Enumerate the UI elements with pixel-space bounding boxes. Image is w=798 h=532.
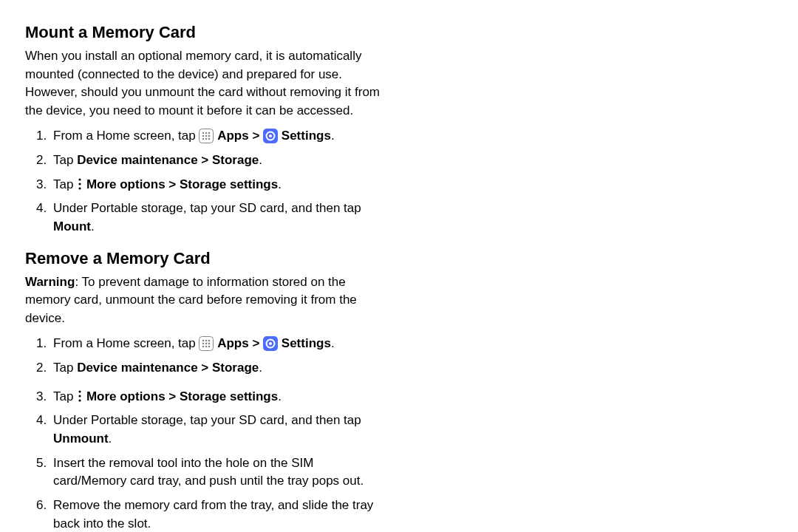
svg-point-3 xyxy=(208,132,211,134)
svg-point-4 xyxy=(202,135,205,137)
svg-point-25 xyxy=(208,346,211,348)
mount-steps: From a Home screen, tap Apps > Settings.… xyxy=(25,127,386,236)
svg-point-22 xyxy=(208,343,211,345)
svg-point-19 xyxy=(208,340,211,342)
list-item: Tap Device maintenance > Storage. xyxy=(50,359,386,378)
svg-point-14 xyxy=(79,183,81,185)
settings-icon xyxy=(263,336,278,351)
svg-point-29 xyxy=(79,391,81,393)
list-item: Insert the removal tool into the hole on… xyxy=(50,454,386,491)
list-item: From a Home screen, tap Apps > Settings. xyxy=(50,335,386,353)
svg-point-31 xyxy=(79,400,81,402)
svg-point-1 xyxy=(202,132,205,134)
svg-point-23 xyxy=(202,346,205,348)
svg-point-17 xyxy=(202,340,205,342)
apps-icon xyxy=(199,336,214,351)
list-item: Remove the memory card from the tray, an… xyxy=(50,497,386,532)
list-item: Tap Device maintenance > Storage. xyxy=(50,151,386,170)
svg-point-18 xyxy=(205,340,208,342)
svg-point-2 xyxy=(205,132,208,134)
svg-point-8 xyxy=(205,138,208,140)
list-item: Tap More options > Storage settings. xyxy=(50,388,386,406)
remove-steps-b: Tap More options > Storage settings. Und… xyxy=(25,388,386,532)
more-options-icon xyxy=(77,177,83,191)
list-item: Under Portable storage, tap your SD card… xyxy=(50,200,386,236)
svg-point-9 xyxy=(208,138,211,140)
more-options-icon xyxy=(77,389,83,403)
apps-icon xyxy=(199,129,214,143)
svg-point-5 xyxy=(205,135,208,137)
settings-icon xyxy=(263,129,278,143)
svg-point-6 xyxy=(208,135,211,137)
svg-point-13 xyxy=(79,179,81,181)
heading-remove: Remove a Memory Card xyxy=(25,247,386,270)
remove-warning: Warning: To prevent damage to informatio… xyxy=(25,273,386,328)
svg-point-12 xyxy=(269,134,272,137)
svg-point-24 xyxy=(205,346,208,348)
list-item: Under Portable storage, tap your SD card… xyxy=(50,412,386,448)
mount-intro: When you install an optional memory card… xyxy=(25,47,386,120)
svg-point-21 xyxy=(205,343,208,345)
svg-point-7 xyxy=(202,138,205,140)
svg-point-30 xyxy=(79,395,81,398)
heading-mount: Mount a Memory Card xyxy=(25,21,386,44)
list-item: From a Home screen, tap Apps > Settings. xyxy=(50,127,386,146)
list-item: Tap More options > Storage settings. xyxy=(50,176,386,194)
svg-point-20 xyxy=(202,343,205,345)
svg-point-15 xyxy=(79,188,81,190)
svg-point-28 xyxy=(269,342,272,345)
remove-steps-a: From a Home screen, tap Apps > Settings.… xyxy=(25,335,386,377)
